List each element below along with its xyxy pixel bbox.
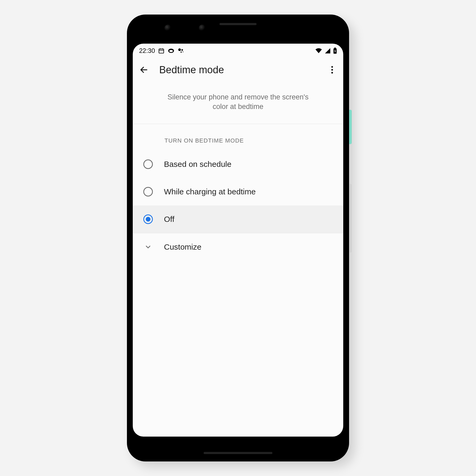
- phone-frame: 22:30: [127, 15, 349, 461]
- svg-point-13: [331, 69, 333, 71]
- description-text: Silence your phone and remove the screen…: [133, 82, 343, 124]
- section-header: TURN ON BEDTIME MODE: [133, 124, 343, 150]
- front-camera-icon: [199, 25, 206, 31]
- radio-checked-icon: [143, 214, 153, 224]
- wifi-icon: [315, 48, 322, 54]
- customize-row[interactable]: Customize: [133, 233, 343, 261]
- arrow-left-icon: [139, 65, 148, 74]
- option-based-on-schedule[interactable]: Based on schedule: [133, 150, 343, 178]
- mask-icon: [168, 48, 175, 54]
- volume-button: [349, 184, 352, 253]
- option-label: While charging at bedtime: [164, 187, 256, 196]
- option-label: Based on schedule: [164, 160, 231, 169]
- clock-text: 22:30: [139, 47, 155, 54]
- svg-point-8: [181, 52, 182, 53]
- front-camera-icon: [164, 25, 171, 31]
- customize-label: Customize: [164, 242, 202, 251]
- svg-point-7: [181, 49, 183, 51]
- more-vertical-icon: [331, 66, 333, 74]
- page-title: Bedtime mode: [159, 64, 317, 76]
- svg-point-6: [178, 48, 181, 51]
- power-button: [349, 110, 352, 144]
- svg-point-12: [331, 66, 333, 68]
- earpiece: [219, 23, 257, 25]
- back-button[interactable]: [138, 64, 150, 76]
- more-options-button[interactable]: [326, 64, 338, 76]
- battery-icon: [333, 48, 337, 54]
- cellular-signal-icon: [325, 48, 331, 54]
- svg-point-9: [183, 52, 184, 52]
- app-bar: Bedtime mode: [133, 58, 343, 82]
- assistant-icon: [178, 48, 184, 54]
- option-while-charging[interactable]: While charging at bedtime: [133, 178, 343, 205]
- radio-unchecked-icon: [143, 187, 153, 196]
- option-off[interactable]: Off: [133, 205, 343, 233]
- svg-point-5: [169, 50, 173, 52]
- chevron-down-icon: [143, 242, 153, 252]
- svg-point-14: [331, 72, 333, 74]
- screen: 22:30: [133, 44, 343, 437]
- option-label: Off: [164, 215, 174, 224]
- phone-top-bezel: [133, 20, 343, 44]
- phone-bottom-bezel: [133, 437, 343, 456]
- status-bar: 22:30: [133, 44, 343, 58]
- svg-rect-0: [159, 49, 164, 53]
- svg-rect-11: [334, 48, 336, 49]
- speaker-icon: [204, 452, 272, 454]
- calendar-icon: [158, 48, 164, 54]
- radio-unchecked-icon: [143, 159, 153, 169]
